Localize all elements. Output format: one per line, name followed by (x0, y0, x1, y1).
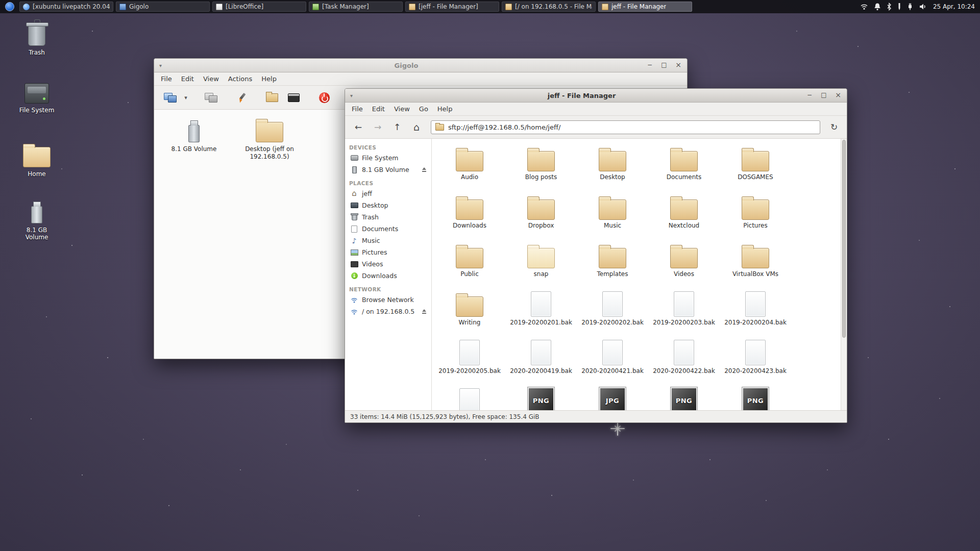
path-bar[interactable]: sftp://jeff@192.168.0.5/home/jeff/ (431, 120, 820, 134)
quit-button[interactable] (314, 88, 334, 107)
file-item[interactable]: 2020-20200422.bak (648, 337, 720, 385)
desktop-icon-home[interactable]: Home (14, 147, 59, 178)
gigolo-item-desktop-share[interactable]: Desktop (jeff on 192.168.0.5) (240, 119, 299, 161)
file-item[interactable]: Audio (434, 143, 505, 191)
window-menu-icon[interactable] (350, 93, 357, 98)
gigolo-item-volume[interactable]: 8.1 GB Volume (164, 119, 224, 153)
menu-edit[interactable]: Edit (177, 73, 199, 85)
notifications-icon[interactable] (874, 3, 881, 11)
applications-menu-icon[interactable] (5, 2, 14, 11)
disconnect-button[interactable] (201, 88, 220, 107)
gigolo-titlebar[interactable]: Gigolo (154, 59, 687, 72)
taskbar-button-libreoffice[interactable]: [LibreOffice] (212, 2, 306, 12)
sidebar-item-desktop[interactable]: Desktop (345, 199, 431, 211)
sidebar-item-file-system[interactable]: File System (345, 152, 431, 164)
file-item[interactable]: Public (434, 240, 505, 288)
reload-button[interactable] (825, 119, 843, 135)
sidebar-item-browse-network[interactable]: Browse Network (345, 294, 431, 306)
file-item[interactable]: Nextcloud (648, 191, 720, 240)
menu-edit[interactable]: Edit (368, 103, 389, 115)
file-item[interactable]: 2020-20200419.bak (505, 337, 577, 385)
file-item[interactable]: PNG (720, 385, 791, 410)
clock[interactable]: 25 Apr, 10:24 (933, 3, 975, 10)
minimize-button[interactable] (806, 88, 813, 103)
home-button[interactable] (407, 119, 426, 135)
open-terminal-button[interactable] (284, 88, 303, 107)
file-item[interactable]: 2019-20200205.bak (434, 337, 505, 385)
close-button[interactable] (835, 88, 842, 103)
sidebar-item-pictures[interactable]: Pictures (345, 246, 431, 258)
menu-go[interactable]: Go (414, 103, 433, 115)
file-item[interactable]: 2019-20200204.bak (720, 288, 791, 337)
menu-help[interactable]: Help (433, 103, 457, 115)
file-item[interactable]: PNG (505, 385, 577, 410)
connect-button[interactable] (160, 88, 180, 107)
file-item[interactable] (434, 385, 505, 410)
file-item[interactable]: 2020-20200421.bak (577, 337, 648, 385)
edit-bookmarks-button[interactable] (232, 88, 251, 107)
taskbar-button-livepatch[interactable]: [xubuntu livepatch 20.04 - G... (19, 2, 113, 12)
file-item[interactable]: snap (505, 240, 577, 288)
minimize-button[interactable] (646, 58, 653, 72)
eject-icon[interactable] (422, 309, 427, 314)
maximize-button[interactable] (820, 88, 827, 103)
power-icon[interactable] (907, 3, 913, 11)
file-item[interactable]: PNG (648, 385, 720, 410)
file-item[interactable]: Videos (648, 240, 720, 288)
wifi-icon[interactable] (860, 3, 868, 11)
window-menu-icon[interactable] (159, 63, 166, 68)
taskbar-button-jeff-file-manager-active[interactable]: jeff - File Manager (598, 2, 692, 12)
desktop-icon-file-system[interactable]: File System (14, 83, 59, 114)
sidebar-item-downloads[interactable]: Downloads (345, 270, 431, 282)
up-button[interactable] (388, 119, 406, 135)
file-item[interactable]: Pictures (720, 191, 791, 240)
menu-view[interactable]: View (199, 73, 224, 85)
sidebar-item-volume[interactable]: 8.1 GB Volume (345, 164, 431, 176)
file-item[interactable]: 2019-20200203.bak (648, 288, 720, 337)
menu-file[interactable]: File (156, 73, 177, 85)
vertical-scrollbar[interactable] (841, 139, 847, 410)
taskbar-button-task-manager[interactable]: [Task Manager] (309, 2, 403, 12)
bluetooth-icon[interactable] (887, 3, 892, 11)
file-item[interactable]: Desktop (577, 143, 648, 191)
sidebar-item-videos[interactable]: Videos (345, 258, 431, 270)
file-item[interactable]: Music (577, 191, 648, 240)
file-item[interactable]: DOSGAMES (720, 143, 791, 191)
volume-icon[interactable] (919, 3, 927, 11)
file-item[interactable]: 2019-20200202.bak (577, 288, 648, 337)
file-item[interactable]: Writing (434, 288, 505, 337)
close-button[interactable] (675, 58, 682, 72)
menu-view[interactable]: View (389, 103, 414, 115)
forward-button[interactable] (369, 119, 387, 135)
scrollbar-thumb[interactable] (842, 140, 846, 338)
stylus-icon[interactable] (897, 3, 901, 11)
sidebar-item-jeff[interactable]: jeff (345, 188, 431, 199)
taskbar-button-gigolo[interactable]: Gigolo (116, 2, 210, 12)
taskbar-button-remote-file-manager[interactable]: [/ on 192.168.0.5 - File Mana... (502, 2, 596, 12)
sidebar-item-documents[interactable]: Documents (345, 223, 431, 235)
file-item[interactable]: Blog posts (505, 143, 577, 191)
sidebar-item-music[interactable]: Music (345, 235, 431, 246)
desktop-icon-volume[interactable]: 8.1 GB Volume (14, 200, 59, 241)
eject-icon[interactable] (422, 167, 427, 172)
maximize-button[interactable] (660, 58, 668, 72)
taskbar-button-jeff-file-manager-min[interactable]: [jeff - File Manager] (405, 2, 499, 12)
file-item[interactable]: VirtualBox VMs (720, 240, 791, 288)
sidebar-item-remote-share[interactable]: / on 192.168.0.5 (345, 306, 431, 317)
file-item[interactable]: Documents (648, 143, 720, 191)
open-folder-button[interactable] (262, 88, 282, 107)
file-manager-titlebar[interactable]: jeff - File Manager (345, 89, 847, 103)
desktop-icon-trash[interactable]: Trash (14, 21, 59, 56)
file-item[interactable]: Templates (577, 240, 648, 288)
connect-dropdown-button[interactable] (182, 88, 190, 107)
back-button[interactable] (349, 119, 368, 135)
file-item[interactable]: JPG (577, 385, 648, 410)
menu-actions[interactable]: Actions (224, 73, 257, 85)
file-item[interactable]: 2020-20200423.bak (720, 337, 791, 385)
file-item[interactable]: 2019-20200201.bak (505, 288, 577, 337)
file-item[interactable]: Downloads (434, 191, 505, 240)
menu-file[interactable]: File (347, 103, 368, 115)
file-item[interactable]: Dropbox (505, 191, 577, 240)
sidebar-item-trash[interactable]: Trash (345, 211, 431, 223)
menu-help[interactable]: Help (257, 73, 281, 85)
